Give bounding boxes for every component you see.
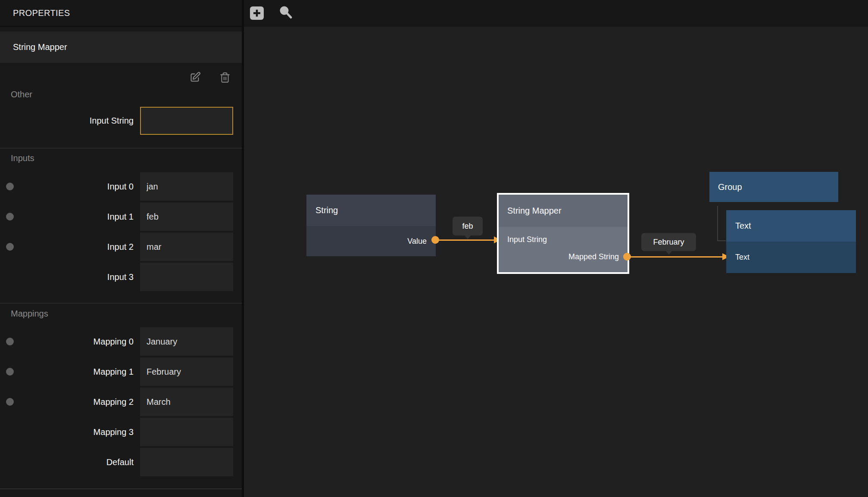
add-node-icon bbox=[250, 6, 264, 20]
properties-panel: PROPERTIES String Mapper Other Input Str… bbox=[0, 0, 244, 497]
section-label-mappings: Mappings bbox=[11, 309, 48, 319]
node-group[interactable]: Group bbox=[709, 172, 838, 202]
section-divider bbox=[0, 488, 242, 489]
property-label: Mapping 2 bbox=[0, 388, 134, 416]
property-row-default: Default bbox=[0, 448, 242, 476]
mapping-0-field[interactable] bbox=[140, 327, 233, 356]
property-row-mapping-0: Mapping 0 bbox=[0, 327, 242, 356]
port-indicator bbox=[6, 243, 14, 251]
property-row-mapping-1: Mapping 1 bbox=[0, 357, 242, 386]
property-label: Input String bbox=[0, 107, 134, 135]
header-divider bbox=[0, 26, 242, 27]
input-2-field[interactable] bbox=[140, 233, 233, 261]
value-output-port-dot[interactable] bbox=[431, 236, 439, 244]
property-label: Mapping 3 bbox=[0, 418, 134, 446]
default-field[interactable] bbox=[140, 448, 233, 476]
properties-panel-header: PROPERTIES bbox=[0, 0, 242, 26]
group-child-connector-elbow bbox=[717, 240, 726, 241]
property-row-input-1: Input 1 bbox=[0, 202, 242, 231]
panel-title: PROPERTIES bbox=[13, 8, 70, 18]
node-title: String bbox=[315, 205, 338, 215]
port-indicator bbox=[6, 213, 14, 221]
port-indicator bbox=[6, 398, 14, 406]
input-1-field[interactable] bbox=[140, 202, 233, 231]
input-port-label: Text bbox=[735, 253, 749, 262]
node-title: Text bbox=[735, 221, 751, 231]
port-indicator bbox=[6, 183, 14, 190]
property-row-mapping-3: Mapping 3 bbox=[0, 418, 242, 446]
output-port-label: Value bbox=[407, 237, 427, 246]
property-label: Default bbox=[0, 448, 134, 476]
output-port-label: Mapped String bbox=[568, 252, 619, 261]
search-button[interactable] bbox=[278, 5, 294, 23]
connection-feb[interactable] bbox=[435, 239, 495, 241]
input-port-label: Input String bbox=[507, 235, 547, 244]
node-text[interactable]: Text Text bbox=[726, 210, 856, 273]
trash-icon bbox=[219, 72, 231, 83]
mapping-2-field[interactable] bbox=[140, 388, 233, 416]
node-string[interactable]: String Value bbox=[306, 195, 436, 256]
selected-node-name: String Mapper bbox=[13, 31, 67, 63]
selected-node-row: String Mapper bbox=[0, 31, 242, 63]
input-0-field[interactable] bbox=[140, 172, 233, 201]
add-node-button[interactable] bbox=[250, 6, 264, 22]
port-indicator bbox=[6, 368, 14, 376]
property-label: Mapping 1 bbox=[0, 357, 134, 386]
property-label: Input 0 bbox=[0, 172, 134, 201]
delete-node-button[interactable] bbox=[219, 71, 231, 84]
property-row-input-string: Input String bbox=[0, 107, 242, 135]
property-label: Mapping 0 bbox=[0, 327, 134, 356]
tooltip-pointer-icon bbox=[665, 251, 672, 255]
property-row-input-3: Input 3 bbox=[0, 263, 242, 291]
mapping-1-field[interactable] bbox=[140, 357, 233, 386]
property-label: Input 3 bbox=[0, 263, 134, 291]
section-divider bbox=[0, 148, 242, 149]
connection-february[interactable] bbox=[627, 256, 723, 258]
property-row-mapping-2: Mapping 2 bbox=[0, 388, 242, 416]
mapping-3-field[interactable] bbox=[140, 418, 233, 446]
connection-value-tooltip: feb bbox=[453, 217, 483, 236]
edit-icon bbox=[189, 71, 201, 83]
canvas-toolbar bbox=[244, 0, 868, 27]
section-label-other: Other bbox=[11, 90, 32, 99]
node-string-mapper-selected[interactable]: String Mapper Input String Mapped String bbox=[497, 193, 629, 274]
section-label-inputs: Inputs bbox=[11, 153, 34, 163]
property-row-input-2: Input 2 bbox=[0, 233, 242, 261]
input-string-field[interactable] bbox=[140, 107, 233, 135]
connection-value-tooltip: February bbox=[641, 233, 696, 251]
port-indicator bbox=[6, 338, 14, 345]
search-icon bbox=[278, 5, 294, 21]
node-title: Group bbox=[718, 182, 742, 192]
input-3-field[interactable] bbox=[140, 263, 233, 291]
connection-value: feb bbox=[462, 222, 473, 231]
connection-value: February bbox=[653, 238, 684, 247]
mapped-string-output-port-dot[interactable] bbox=[623, 253, 631, 261]
property-label: Input 2 bbox=[0, 233, 134, 261]
edit-node-button[interactable] bbox=[189, 71, 201, 83]
section-divider bbox=[0, 303, 242, 304]
property-label: Input 1 bbox=[0, 202, 134, 231]
tooltip-pointer-icon bbox=[464, 235, 471, 239]
property-row-input-0: Input 0 bbox=[0, 172, 242, 201]
group-child-connector bbox=[717, 206, 718, 241]
node-title: String Mapper bbox=[507, 206, 562, 216]
